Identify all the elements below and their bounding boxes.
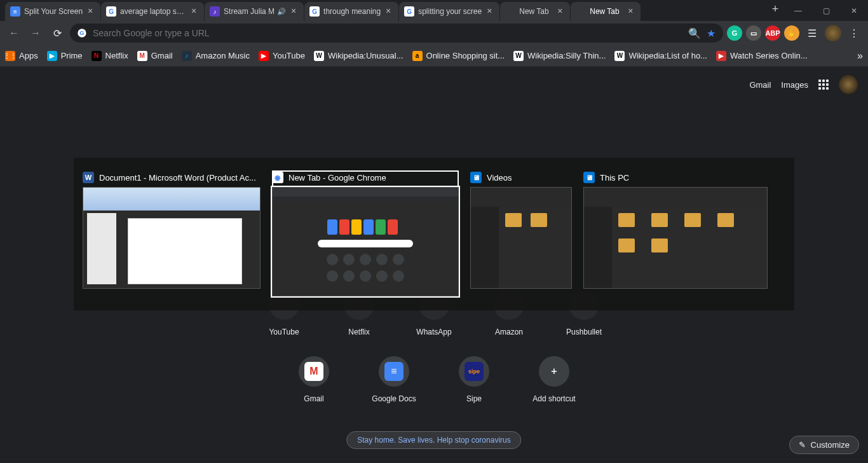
window-thumbnail: [83, 187, 261, 289]
browser-tab[interactable]: New Tab ×: [571, 2, 641, 21]
bookmark-item[interactable]: WWikipedia:List of ho...: [614, 51, 707, 61]
reload-button[interactable]: ⟳: [48, 24, 66, 42]
account-avatar[interactable]: [839, 75, 858, 94]
window-title: Document1 - Microsoft Word (Product Ac..…: [99, 173, 256, 183]
window-minimize-icon[interactable]: —: [784, 0, 812, 21]
profile-avatar[interactable]: [825, 25, 841, 41]
pencil-icon: ✎: [799, 440, 806, 450]
tab-favicon: G: [404, 6, 414, 17]
window-maximize-icon[interactable]: ▢: [812, 0, 840, 21]
bookmark-favicon: M: [137, 51, 147, 61]
browser-tab[interactable]: G through meaning ×: [304, 2, 398, 21]
window-title: New Tab - Google Chrome: [288, 173, 386, 183]
browser-toolbar: ← → ⟳ G 🔍 ★ G▭ABP✋ ☰ ⋮: [0, 21, 868, 45]
back-button[interactable]: ←: [5, 24, 23, 42]
shortcut-tile: M: [299, 356, 329, 387]
bookmark-favicon: N: [92, 51, 102, 61]
images-link[interactable]: Images: [781, 80, 808, 90]
shortcut-tile: ≡: [379, 356, 409, 387]
tab-close-icon[interactable]: ×: [484, 6, 494, 17]
bookmark-item[interactable]: ▶YouTube: [259, 51, 305, 61]
tab-close-icon[interactable]: ×: [555, 6, 565, 17]
tab-close-icon[interactable]: ×: [625, 6, 635, 17]
gmail-link[interactable]: Gmail: [749, 80, 771, 90]
bookmark-item[interactable]: WWikipedia:Silly Thin...: [513, 51, 606, 61]
bookmark-favicon: ♪: [182, 51, 192, 61]
omnibox-input[interactable]: [93, 28, 684, 38]
app-icon: ◉: [272, 172, 283, 183]
omnibox[interactable]: G 🔍 ★: [70, 24, 723, 43]
forward-button[interactable]: →: [27, 24, 44, 42]
customize-button[interactable]: ✎ Customize: [789, 436, 859, 454]
extensions-area: G▭ABP✋: [727, 25, 799, 41]
bookmark-item[interactable]: WWikipedia:Unusual...: [314, 51, 403, 61]
alt-tab-window[interactable]: 🖥Videos: [470, 170, 572, 289]
ntp-header-links: Gmail Images: [749, 75, 858, 94]
browser-tab[interactable]: G average laptop scre ×: [101, 2, 204, 21]
ntp-shortcut[interactable]: ≡Google Docs: [372, 356, 416, 403]
extension-grammarly-icon[interactable]: G: [727, 25, 742, 41]
bookmark-favicon: W: [314, 51, 324, 61]
tab-favicon: G: [106, 6, 116, 17]
extension-reader-icon[interactable]: ▭: [746, 25, 761, 41]
tab-close-icon[interactable]: ×: [189, 6, 199, 17]
shortcuts-row-2: MGmail≡Google DocssipeSipe+Add shortcut: [292, 356, 576, 403]
chrome-menu-icon[interactable]: ⋮: [845, 24, 863, 42]
bookmark-label: Apps: [19, 51, 38, 60]
ntp-shortcut[interactable]: sipeSipe: [452, 356, 496, 403]
google-apps-icon[interactable]: [818, 79, 829, 90]
new-tab-button[interactable]: +: [766, 0, 784, 18]
browser-tab[interactable]: G splitting your scree ×: [399, 2, 499, 21]
bookmark-item[interactable]: ⋮⋮Apps: [5, 51, 38, 61]
bookmark-item[interactable]: ♪Amazon Music: [182, 51, 250, 61]
window-thumbnail: [583, 187, 768, 289]
tab-title: average laptop scre: [120, 7, 186, 16]
reading-list-icon[interactable]: ☰: [803, 24, 821, 42]
alt-tab-window[interactable]: 🖥This PC: [583, 170, 768, 289]
bookmark-label: Netflix: [105, 51, 128, 60]
tab-title: through meaning: [323, 7, 381, 16]
bookmark-item[interactable]: aOnline Shopping sit...: [412, 51, 505, 61]
bookmark-label: Prime: [61, 51, 83, 60]
covid-info-chip[interactable]: Stay home. Save lives. Help stop coronav…: [346, 431, 521, 449]
shortcut-label: Google Docs: [372, 394, 416, 403]
tab-close-icon[interactable]: ×: [288, 6, 299, 17]
tab-favicon: G: [309, 6, 320, 17]
window-controls: — ▢ ✕: [784, 0, 868, 21]
bookmarks-overflow-icon[interactable]: »: [857, 50, 863, 62]
browser-tab[interactable]: ♪ Stream Julia M 🔊 ×: [205, 2, 304, 21]
window-thumbnail: [272, 187, 459, 296]
window-close-icon[interactable]: ✕: [840, 0, 868, 21]
alt-tab-window[interactable]: WDocument1 - Microsoft Word (Product Ac.…: [83, 170, 261, 289]
browser-tab[interactable]: New Tab ×: [500, 2, 570, 21]
bookmark-item[interactable]: ▶Prime: [47, 51, 83, 61]
bookmarks-bar: ⋮⋮Apps▶PrimeNNetflixMGmail♪Amazon Music▶…: [0, 45, 868, 67]
tab-close-icon[interactable]: ×: [85, 6, 95, 17]
bookmark-favicon: ▶: [259, 51, 269, 61]
add-shortcut-button[interactable]: +Add shortcut: [532, 356, 576, 403]
extension-abp-icon[interactable]: ABP: [765, 25, 780, 41]
window-title: This PC: [600, 173, 629, 183]
svg-text:G: G: [79, 30, 84, 36]
tab-title: splitting your scree: [418, 7, 482, 16]
bookmark-item[interactable]: MGmail: [137, 51, 173, 61]
browser-tab[interactable]: ≡ Split Your Screen ×: [5, 2, 100, 21]
tab-close-icon[interactable]: ×: [383, 6, 393, 17]
ntp-shortcut[interactable]: MGmail: [292, 356, 336, 403]
audio-icon[interactable]: 🔊: [277, 7, 286, 16]
search-icon[interactable]: 🔍: [689, 27, 700, 39]
customize-label: Customize: [811, 440, 850, 450]
tab-strip: ≡ Split Your Screen ×G average laptop sc…: [0, 0, 763, 21]
shortcut-label: WhatsApp: [416, 328, 451, 336]
bookmark-label: Online Shopping sit...: [426, 51, 505, 60]
bookmark-label: YouTube: [273, 51, 305, 60]
shortcut-label: Sipe: [466, 394, 482, 403]
window-titlebar: ≡ Split Your Screen ×G average laptop sc…: [0, 0, 868, 21]
extension-other-icon[interactable]: ✋: [784, 25, 799, 41]
bookmark-star-icon[interactable]: ★: [705, 27, 717, 39]
alt-tab-window[interactable]: ◉New Tab - Google Chrome: [272, 170, 459, 296]
bookmark-item[interactable]: NNetflix: [92, 51, 128, 61]
tab-title: New Tab: [590, 7, 623, 16]
bookmark-favicon: ▶: [716, 51, 726, 61]
bookmark-item[interactable]: ▶Watch Series Onlin...: [716, 51, 808, 61]
